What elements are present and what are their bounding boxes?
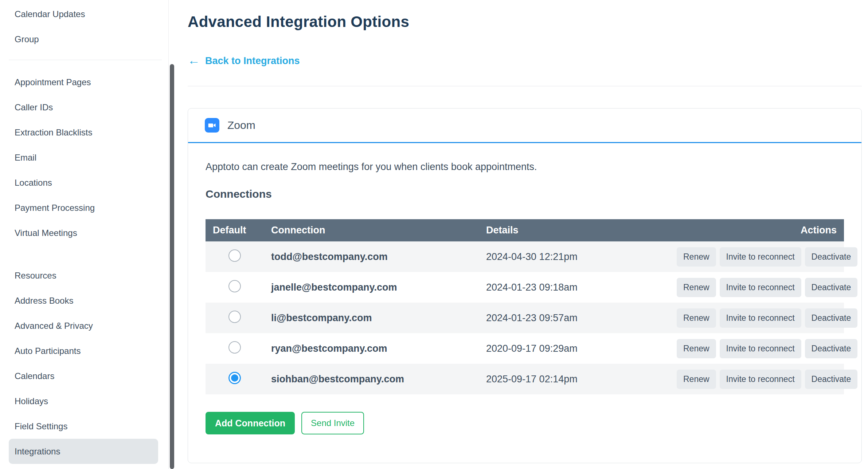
invite-to-reconnect-button[interactable]: Invite to reconnect bbox=[720, 308, 801, 328]
card-title: Zoom bbox=[227, 119, 255, 131]
connection-details: 2024-01-23 09:18am bbox=[479, 272, 666, 303]
page-title: Advanced Integration Options bbox=[188, 13, 868, 31]
button-row: Add Connection Send Invite bbox=[206, 412, 844, 434]
sidebar-group: Calendar UpdatesGroup bbox=[0, 1, 168, 52]
sidebar-scrollbar-thumb[interactable] bbox=[170, 64, 174, 469]
send-invite-button[interactable]: Send Invite bbox=[301, 412, 364, 434]
connections-heading: Connections bbox=[206, 188, 844, 200]
connection-details: 2020-09-17 09:29am bbox=[479, 333, 666, 364]
column-header-actions: Actions bbox=[666, 219, 844, 241]
back-to-integrations-link[interactable]: ← Back to Integrations bbox=[188, 55, 300, 67]
connection-details: 2024-01-23 09:57am bbox=[479, 303, 666, 333]
sidebar-item-calendars[interactable]: Calendars bbox=[9, 363, 158, 389]
sidebar-nav: Calendar UpdatesGroupAppointment PagesCa… bbox=[0, 0, 168, 469]
integration-description: Apptoto can create Zoom meetings for you… bbox=[206, 161, 844, 173]
sidebar-item-calendar-updates[interactable]: Calendar Updates bbox=[9, 1, 158, 27]
card-body: Apptoto can create Zoom meetings for you… bbox=[188, 143, 861, 434]
renew-button[interactable]: Renew bbox=[677, 308, 716, 328]
connection-email: todd@bestcompany.com bbox=[264, 241, 479, 272]
connection-row: siohban@bestcompany.com2025-09-17 02:14p… bbox=[206, 364, 844, 394]
sidebar-divider bbox=[9, 60, 162, 60]
connections-table-body: todd@bestcompany.com2024-04-30 12:21pmRe… bbox=[206, 241, 844, 394]
deactivate-button[interactable]: Deactivate bbox=[805, 370, 858, 389]
connection-row: todd@bestcompany.com2024-04-30 12:21pmRe… bbox=[206, 241, 844, 272]
back-link-label: Back to Integrations bbox=[205, 55, 300, 67]
connection-actions: RenewInvite to reconnectDeactivate bbox=[666, 303, 844, 333]
add-connection-button[interactable]: Add Connection bbox=[206, 412, 295, 434]
connection-email: janelle@bestcompany.com bbox=[264, 272, 479, 303]
renew-button[interactable]: Renew bbox=[677, 339, 716, 358]
sidebar-group: ResourcesAddress BooksAdvanced & Privacy… bbox=[0, 263, 168, 464]
connection-row: ryan@bestcompany.com2020-09-17 09:29amRe… bbox=[206, 333, 844, 364]
sidebar-item-advanced-privacy[interactable]: Advanced & Privacy bbox=[9, 313, 158, 338]
default-radio[interactable] bbox=[228, 249, 241, 262]
main-content: Advanced Integration Options ← Back to I… bbox=[175, 0, 868, 469]
sidebar-item-locations[interactable]: Locations bbox=[9, 170, 158, 195]
default-radio[interactable] bbox=[228, 341, 241, 354]
arrow-left-icon: ← bbox=[188, 54, 200, 66]
deactivate-button[interactable]: Deactivate bbox=[805, 278, 858, 297]
sidebar-item-payment-processing[interactable]: Payment Processing bbox=[9, 195, 158, 220]
sidebar-item-field-settings[interactable]: Field Settings bbox=[9, 414, 158, 439]
default-radio[interactable] bbox=[228, 311, 241, 323]
renew-button[interactable]: Renew bbox=[677, 278, 716, 297]
connection-details: 2024-04-30 12:21pm bbox=[479, 241, 666, 272]
connection-email: li@bestcompany.com bbox=[264, 303, 479, 333]
connection-email: ryan@bestcompany.com bbox=[264, 333, 479, 364]
column-header-details: Details bbox=[479, 219, 666, 241]
renew-button[interactable]: Renew bbox=[677, 247, 716, 267]
invite-to-reconnect-button[interactable]: Invite to reconnect bbox=[720, 247, 801, 267]
connection-actions: RenewInvite to reconnectDeactivate bbox=[666, 333, 844, 364]
sidebar-item-extraction-blacklists[interactable]: Extraction Blacklists bbox=[9, 120, 158, 145]
sidebar-item-address-books[interactable]: Address Books bbox=[9, 288, 158, 313]
connection-actions: RenewInvite to reconnectDeactivate bbox=[666, 241, 844, 272]
deactivate-button[interactable]: Deactivate bbox=[805, 339, 858, 358]
connections-table: Default Connection Details Actions todd@… bbox=[206, 219, 844, 394]
column-header-connection: Connection bbox=[264, 219, 479, 241]
zoom-integration-card: Zoom Apptoto can create Zoom meetings fo… bbox=[188, 108, 862, 463]
sidebar-item-auto-participants[interactable]: Auto Participants bbox=[9, 338, 158, 363]
column-header-default: Default bbox=[206, 219, 264, 241]
default-radio[interactable] bbox=[228, 280, 241, 292]
zoom-video-icon bbox=[205, 118, 219, 133]
invite-to-reconnect-button[interactable]: Invite to reconnect bbox=[720, 370, 801, 389]
sidebar-item-integrations[interactable]: Integrations bbox=[9, 439, 158, 464]
sidebar-item-holidays[interactable]: Holidays bbox=[9, 389, 158, 414]
connection-row: janelle@bestcompany.com2024-01-23 09:18a… bbox=[206, 272, 844, 303]
connection-row: li@bestcompany.com2024-01-23 09:57amRene… bbox=[206, 303, 844, 333]
deactivate-button[interactable]: Deactivate bbox=[805, 247, 858, 267]
sidebar-item-caller-ids[interactable]: Caller IDs bbox=[9, 95, 158, 120]
connection-actions: RenewInvite to reconnectDeactivate bbox=[666, 272, 844, 303]
sidebar-item-resources[interactable]: Resources bbox=[9, 263, 158, 288]
deactivate-button[interactable]: Deactivate bbox=[805, 308, 858, 328]
table-header-row: Default Connection Details Actions bbox=[206, 219, 844, 241]
connection-details: 2025-09-17 02:14pm bbox=[479, 364, 666, 394]
invite-to-reconnect-button[interactable]: Invite to reconnect bbox=[720, 278, 801, 297]
app: Calendar UpdatesGroupAppointment PagesCa… bbox=[0, 0, 868, 469]
card-header: Zoom bbox=[188, 109, 861, 143]
invite-to-reconnect-button[interactable]: Invite to reconnect bbox=[720, 339, 801, 358]
sidebar-item-email[interactable]: Email bbox=[9, 145, 158, 170]
renew-button[interactable]: Renew bbox=[677, 370, 716, 389]
content-divider bbox=[188, 86, 862, 86]
connection-email: siohban@bestcompany.com bbox=[264, 364, 479, 394]
default-radio[interactable] bbox=[228, 372, 241, 384]
connection-actions: RenewInvite to reconnectDeactivate bbox=[666, 364, 844, 394]
sidebar-item-group[interactable]: Group bbox=[9, 27, 158, 52]
sidebar-item-virtual-meetings[interactable]: Virtual Meetings bbox=[9, 220, 158, 245]
sidebar-item-appointment-pages[interactable]: Appointment Pages bbox=[9, 70, 158, 95]
sidebar-scrollbar-track[interactable] bbox=[168, 0, 175, 469]
sidebar-group: Appointment PagesCaller IDsExtraction Bl… bbox=[0, 70, 168, 245]
